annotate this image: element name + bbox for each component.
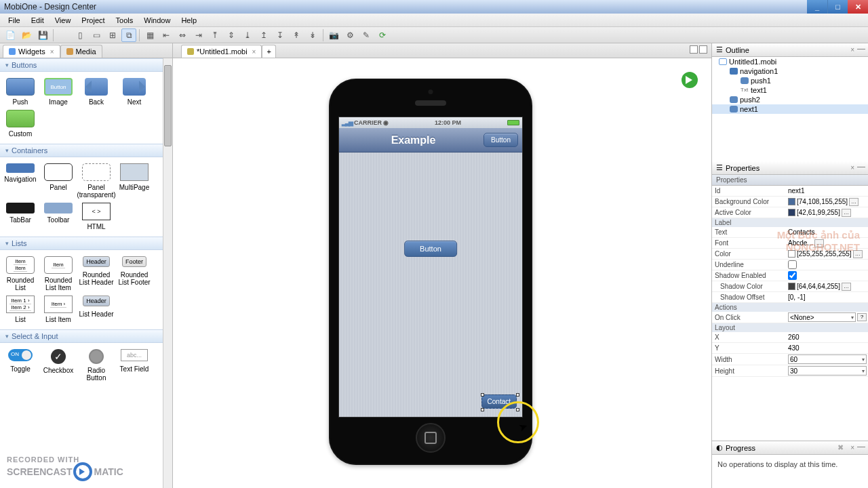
close-icon[interactable]: × <box>850 444 854 451</box>
section-select-input[interactable]: Select & Input <box>0 329 172 343</box>
tab-widgets[interactable]: Widgets× <box>3 45 60 58</box>
clear-icon[interactable]: ✖ <box>837 443 844 452</box>
camera-icon[interactable]: 📷 <box>326 28 341 42</box>
open-icon[interactable]: 📂 <box>19 28 34 42</box>
editor-tab[interactable]: *Untitled1.mobi× <box>181 45 262 58</box>
progress-icon: ◐ <box>716 443 723 452</box>
minimize-icon[interactable] <box>857 447 865 449</box>
align-bottom-icon[interactable]: ⤓ <box>240 28 255 42</box>
menu-edit[interactable]: Edit <box>26 15 50 26</box>
menu-help[interactable]: Help <box>176 15 202 26</box>
scrollbar[interactable] <box>163 58 172 488</box>
status-bar: CARRIER ◉ 12:00 PM <box>339 117 522 128</box>
gear-icon[interactable]: ⚙ <box>342 28 357 42</box>
section-buttons[interactable]: Buttons <box>0 58 172 72</box>
widget-list[interactable]: Item 1 ›Item 2 ›List <box>1 296 39 323</box>
widget-navigation[interactable]: Navigation <box>1 163 39 199</box>
align-left-icon[interactable]: ⇤ <box>159 28 174 42</box>
align-middle-icon[interactable]: ⇕ <box>224 28 239 42</box>
widgets-panel: Widgets× Media Buttons Push ButtonImage … <box>0 43 173 488</box>
widget-list-item[interactable]: Item ›List Item <box>39 296 77 323</box>
battery-icon <box>507 120 519 125</box>
new-tab-button[interactable]: + <box>262 45 275 58</box>
help-button[interactable]: ? <box>857 313 867 321</box>
width-combo[interactable]: 60 <box>788 354 867 364</box>
widget-toolbar[interactable]: Toolbar <box>39 203 77 230</box>
outline-panel-title: ☰Outline × <box>712 43 868 57</box>
window-title: MobiOne - Design Center <box>4 2 807 12</box>
minimize-button[interactable]: _ <box>807 0 827 14</box>
minimize-view-icon[interactable] <box>690 45 698 54</box>
link-icon[interactable]: ⧉ <box>121 28 136 42</box>
outline-tree[interactable]: Untitled1.mobi navigation1 push1 Txttext… <box>712 57 868 161</box>
section-containers[interactable]: Containers <box>0 144 172 157</box>
close-icon[interactable]: × <box>850 46 854 54</box>
widget-toggle[interactable]: ONToggle <box>1 349 39 382</box>
navigation-bar[interactable]: Example Button <box>339 128 522 152</box>
widget-panel[interactable]: Panel <box>39 163 77 199</box>
minimize-icon[interactable] <box>857 167 865 169</box>
shadow-checkbox[interactable] <box>788 271 797 280</box>
widget-tabbar[interactable]: TabBar <box>1 203 39 230</box>
widget-textfield[interactable]: abc...Text Field <box>115 349 153 382</box>
onclick-combo[interactable]: <None> <box>788 312 856 322</box>
landscape-icon[interactable]: ▭ <box>89 28 104 42</box>
widget-multipage[interactable]: MultiPage <box>115 163 153 199</box>
section-lists[interactable]: Lists <box>0 237 172 250</box>
sync-icon[interactable]: ⟳ <box>375 28 390 42</box>
widget-radio[interactable]: Radio Button <box>77 349 115 382</box>
bring-front-icon[interactable]: ↥ <box>256 28 271 42</box>
apple-icon[interactable] <box>56 28 71 42</box>
menu-file[interactable]: File <box>3 15 26 26</box>
run-button[interactable] <box>682 72 698 88</box>
widget-back[interactable]: Back <box>77 78 115 106</box>
close-button[interactable]: ✕ <box>848 0 868 14</box>
tab-media[interactable]: Media <box>60 45 102 58</box>
wand-icon[interactable]: ✎ <box>359 28 374 42</box>
nav-button[interactable]: Button <box>484 133 518 147</box>
progress-message: No operations to display at this time. <box>712 455 868 474</box>
properties-grid[interactable]: Properties Idnext1 Background Color[74,1… <box>712 175 868 441</box>
widget-custom[interactable]: Custom <box>1 110 39 138</box>
menu-view[interactable]: View <box>50 15 77 26</box>
widget-list-header[interactable]: HeaderList Header <box>77 296 115 323</box>
page-title: Example <box>343 134 484 146</box>
widget-rounded-list-item[interactable]: ItemRounded List Item <box>39 256 77 291</box>
home-button[interactable] <box>416 423 446 453</box>
close-icon[interactable]: × <box>48 48 54 56</box>
close-icon[interactable]: × <box>250 48 256 56</box>
portrait-icon[interactable]: ▯ <box>73 28 87 42</box>
outline-selected[interactable]: next1 <box>712 104 868 114</box>
menu-tools[interactable]: Tools <box>111 15 139 26</box>
align-top-icon[interactable]: ⤒ <box>208 28 222 42</box>
widget-panel-transparent[interactable]: Panel (transparent) <box>77 163 115 199</box>
widget-rounded-list-header[interactable]: HeaderRounded List Header <box>77 256 115 291</box>
device-screen[interactable]: CARRIER ◉ 12:00 PM Example Button Button… <box>338 117 523 418</box>
widget-checkbox[interactable]: ✓Checkbox <box>39 349 77 382</box>
height-combo[interactable]: 30 <box>788 366 867 375</box>
underline-checkbox[interactable] <box>788 260 797 269</box>
maximize-view-icon[interactable] <box>699 45 707 54</box>
menu-window[interactable]: Window <box>138 15 176 26</box>
align-right-icon[interactable]: ⇥ <box>191 28 206 42</box>
widget-next[interactable]: Next <box>115 78 153 106</box>
widget-push[interactable]: Push <box>1 78 39 106</box>
maximize-button[interactable]: □ <box>827 0 848 14</box>
resolution-icon[interactable]: ⊞ <box>105 28 120 42</box>
send-back-icon[interactable]: ↧ <box>273 28 288 42</box>
next-button-selected[interactable]: Contact <box>481 394 517 409</box>
save-icon[interactable]: 💾 <box>35 28 50 42</box>
widget-image[interactable]: ButtonImage <box>39 78 77 106</box>
close-icon[interactable]: × <box>850 164 854 171</box>
align-center-icon[interactable]: ⇔ <box>175 28 190 42</box>
widget-rounded-list-footer[interactable]: FooterRounded List Footer <box>115 256 153 291</box>
grid-icon[interactable]: ▦ <box>142 28 157 42</box>
widget-rounded-list[interactable]: ItemItemRounded List <box>1 256 39 291</box>
push-button[interactable]: Button <box>404 241 457 257</box>
menu-project[interactable]: Project <box>76 15 110 26</box>
minimize-icon[interactable] <box>857 49 865 51</box>
new-icon[interactable]: 📄 <box>3 28 18 42</box>
forward-icon[interactable]: ↟ <box>289 28 304 42</box>
backward-icon[interactable]: ↡ <box>305 28 320 42</box>
widget-html[interactable]: < >HTML <box>77 203 115 230</box>
